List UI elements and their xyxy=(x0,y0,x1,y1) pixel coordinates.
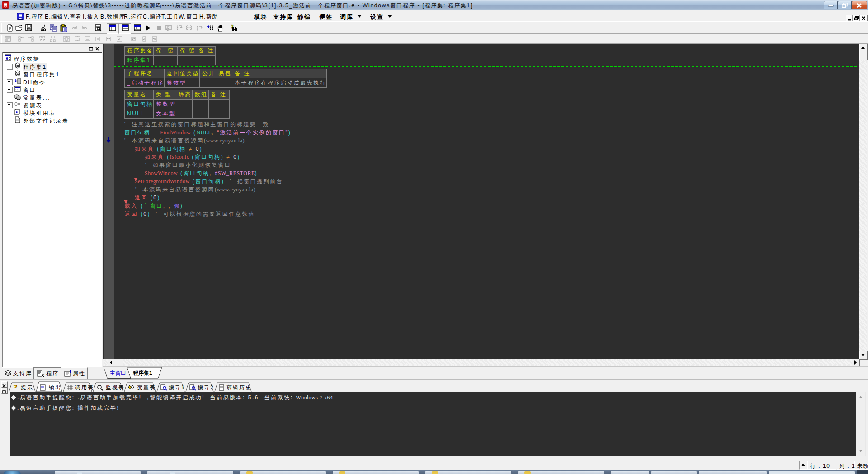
svg-text:e: e xyxy=(6,56,8,61)
